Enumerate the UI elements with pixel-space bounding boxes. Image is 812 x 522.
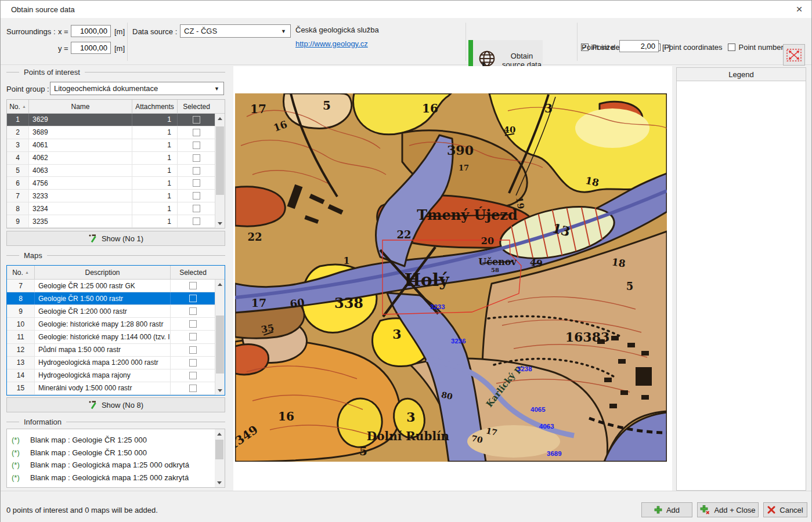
map-label: 390	[447, 143, 474, 158]
data-source-label: Data source :	[132, 27, 177, 36]
map-point-label: 4065	[530, 406, 546, 413]
points-table: No.▲ Name Attachments Selected 136291236…	[6, 99, 225, 229]
points-header-name[interactable]: Name	[29, 100, 132, 113]
row-checkbox[interactable]	[193, 205, 200, 212]
add-button[interactable]: Add	[641, 502, 692, 517]
legend-panel: Legend	[676, 67, 806, 491]
points-table-body: 1362912368913406114406215406316475617323…	[7, 114, 225, 228]
table-row[interactable]: 832341	[7, 202, 225, 215]
row-checkbox[interactable]	[189, 282, 197, 289]
surroundings-x-input[interactable]	[71, 25, 111, 37]
table-row[interactable]: 647561	[7, 177, 225, 190]
table-row[interactable]: 732331	[7, 190, 225, 202]
scroll-down-icon[interactable]	[215, 219, 225, 228]
row-checkbox[interactable]	[193, 217, 200, 225]
point-group-select[interactable]: Litogeochemická dokumentace ▼	[50, 82, 224, 95]
map-point-label: 3238	[517, 365, 532, 372]
points-header-selected[interactable]: Selected	[178, 100, 215, 113]
add-close-label: Add + Close	[714, 506, 755, 514]
checkbox[interactable]	[728, 44, 735, 51]
row-checkbox[interactable]	[193, 142, 200, 149]
show-map-button[interactable]: Show (No 8)	[6, 397, 225, 412]
row-checkbox[interactable]	[193, 167, 200, 175]
table-row[interactable]: 136291	[7, 114, 225, 126]
row-checkbox[interactable]	[193, 179, 200, 187]
table-row[interactable]: 236891	[7, 126, 225, 139]
table-row[interactable]: 11Geologie: historické mapy 1:144 000 (t…	[7, 331, 225, 343]
row-checkbox[interactable]	[189, 320, 197, 328]
row-checkbox[interactable]	[189, 333, 197, 340]
points-scrollbar[interactable]	[215, 114, 225, 228]
scrollbar-thumb[interactable]	[216, 316, 224, 374]
points-section-title: Points of interest	[24, 68, 80, 77]
table-row[interactable]: 540631	[7, 165, 225, 177]
table-row[interactable]: 15Minerálni vody 1:500 000 rastr	[7, 382, 225, 395]
row-checkbox[interactable]	[193, 116, 200, 124]
map-label: 60	[289, 296, 305, 310]
row-checkbox[interactable]	[193, 129, 200, 136]
scrollbar-thumb[interactable]	[215, 440, 223, 459]
row-checkbox[interactable]	[193, 192, 200, 200]
chevron-down-icon: ▼	[281, 28, 286, 34]
show-map-label: Show (No 8)	[102, 401, 143, 409]
row-checkbox[interactable]	[189, 307, 197, 315]
scroll-up-icon[interactable]	[215, 114, 225, 123]
map-label: 16	[422, 102, 438, 115]
provider-link[interactable]: http://www.geology.cz	[295, 39, 368, 48]
points-table-header: No.▲ Name Attachments Selected	[7, 100, 225, 114]
table-row[interactable]: 9Geologie ČR 1:200 000 rastr	[7, 305, 225, 318]
display-option[interactable]: Point number	[728, 43, 784, 52]
add-close-button[interactable]: Add + Close	[697, 502, 759, 517]
scroll-down-icon[interactable]	[215, 386, 225, 395]
table-row[interactable]: 7Geologie ČR 1:25 000 rastr GK	[7, 280, 225, 292]
surroundings-label: Surroundings :	[6, 27, 56, 36]
map-label: 338	[334, 295, 363, 311]
map-label: 17	[250, 102, 266, 116]
scroll-up-icon[interactable]	[215, 429, 224, 438]
table-row[interactable]: 8Geologie ČR 1:50 000 rastr	[7, 292, 225, 305]
point-size-input[interactable]	[619, 40, 659, 52]
scroll-up-icon[interactable]	[215, 280, 225, 289]
maps-section-title: Maps	[24, 251, 42, 260]
maps-header-description[interactable]: Description	[35, 266, 171, 279]
data-source-select[interactable]: CZ - ČGS ▼	[180, 24, 291, 38]
cancel-label: Cancel	[779, 506, 803, 514]
point-size-label: Point size :	[582, 43, 619, 52]
row-checkbox[interactable]	[189, 359, 197, 367]
row-checkbox[interactable]	[189, 346, 197, 354]
table-row[interactable]: 932351	[7, 215, 225, 228]
checkbox-label: Point number	[739, 43, 784, 52]
table-row[interactable]: 14Hydrogeologická mapa rajony	[7, 369, 225, 382]
map-point-label: 3689	[547, 450, 562, 457]
map-canvas[interactable]: 1716516340390171819222220Tmený ÚjezdUčen…	[235, 93, 667, 462]
surroundings-y-input[interactable]	[71, 42, 111, 54]
point-size-unit: [–]	[662, 43, 670, 52]
map-label: 3	[392, 327, 401, 342]
obtain-source-data-dialog: Obtain source data × Surroundings : x = …	[0, 0, 812, 522]
maps-scrollbar[interactable]	[215, 280, 225, 395]
dialog-title: Obtain source data	[11, 5, 75, 14]
table-row[interactable]: 10Geologie: historické mapy 1:28 800 ras…	[7, 318, 225, 331]
maps-header-selected[interactable]: Selected	[171, 266, 215, 279]
show-icon	[88, 400, 98, 409]
scrollbar-thumb[interactable]	[216, 126, 224, 195]
show-point-button[interactable]: Show (No 1)	[6, 231, 225, 246]
points-header-attachments[interactable]: Attachments	[132, 100, 178, 113]
information-item: (*)Blank map : Geologie ČR 1:25 000	[12, 434, 225, 447]
maps-header-no[interactable]: No.▲	[7, 266, 35, 279]
points-header-no[interactable]: No.▲	[7, 100, 29, 113]
table-row[interactable]: 13Hydrogeologická mapa 1:200 000 rastr	[7, 357, 225, 369]
scroll-down-icon[interactable]	[215, 478, 224, 487]
table-row[interactable]: 12Půdní mapa 1:50 000 rastr	[7, 344, 225, 357]
row-checkbox[interactable]	[189, 372, 197, 379]
map-label: 16383	[565, 329, 610, 345]
information-scrollbar[interactable]	[215, 429, 225, 487]
table-row[interactable]: 440621	[7, 152, 225, 165]
cancel-button[interactable]: Cancel	[763, 502, 807, 517]
zoom-extents-button[interactable]	[783, 44, 805, 66]
row-checkbox[interactable]	[189, 295, 197, 302]
table-row[interactable]: 340611	[7, 139, 225, 152]
row-checkbox[interactable]	[193, 154, 200, 162]
close-icon[interactable]: ×	[792, 2, 807, 17]
row-checkbox[interactable]	[189, 385, 197, 392]
